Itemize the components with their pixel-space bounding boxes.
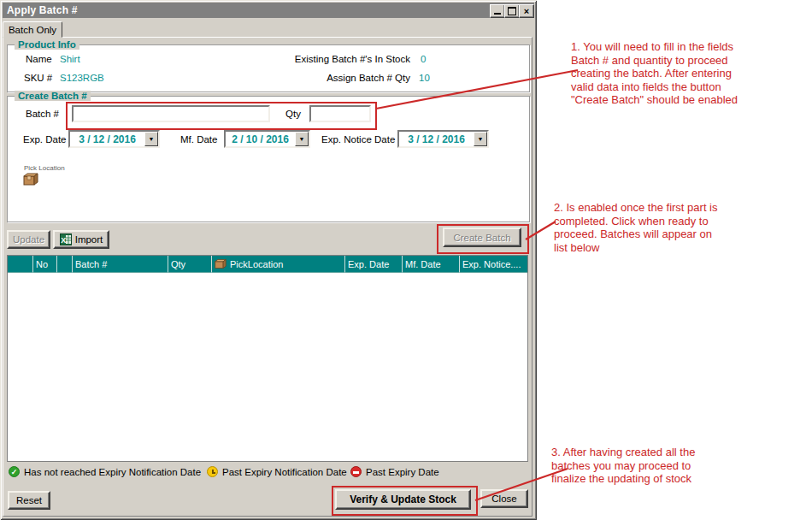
column-header-no[interactable]: No [33,256,57,273]
batches-table: No Batch # Qty PickLocation Exp. Date [7,255,528,462]
mf-date-value: 2 / 10 / 2016 [226,133,295,145]
verify-button-label: Verify & Update Stock [350,493,456,505]
svg-text:X: X [61,236,66,245]
exp-date-label: Exp. Date [23,134,67,145]
import-button[interactable]: X Import [53,230,109,249]
column-header-picklocation-label: PickLocation [230,259,283,269]
title-bar[interactable]: Apply Batch # [3,3,534,18]
qty-label: Qty [285,109,301,119]
exp-notice-date-value: 3 / 12 / 2016 [399,133,474,145]
legend-label-expired: Past Expiry Date [366,467,439,477]
package-icon [215,258,227,269]
maximize-button[interactable] [504,4,520,18]
name-label: Name [26,54,52,64]
sku-label: SKU # [24,73,52,83]
annotation-1: 1. You will need to fill in the fields B… [571,40,793,107]
package-icon[interactable] [23,173,38,187]
name-value: Shirt [60,54,80,64]
tab-batch-only[interactable]: Batch Only [3,21,62,38]
column-header-blank[interactable] [57,256,73,273]
close-dialog-button[interactable]: Close [480,489,528,508]
column-header-exp-notice[interactable]: Exp. Notice.... [460,256,527,273]
batch-number-input[interactable] [72,105,270,122]
pick-location-label: Pick Location [24,164,65,172]
create-batch-group-label: Create Batch # [15,91,91,101]
reset-button[interactable]: Reset [8,491,50,510]
red-no-entry-icon [350,466,362,477]
product-info-group: Product Info [7,44,530,92]
existing-batches-label: Existing Batch #'s In Stock [256,54,410,64]
legend-item-ok: ✓ Has not reached Expiry Notification Da… [9,466,201,477]
yellow-clock-icon [207,466,218,477]
annotation-2: 2. Is enabled once the first part is com… [554,201,776,254]
exp-notice-date-select[interactable]: 3 / 12 / 2016 ▼ [397,130,489,148]
close-button-label: Close [491,493,516,504]
product-info-group-label: Product Info [15,39,79,50]
exp-date-value: 3 / 12 / 2016 [70,133,144,145]
update-button-label: Update [13,234,44,245]
chevron-down-icon[interactable]: ▼ [144,132,158,146]
apply-batch-dialog: Apply Batch # × Batch Only Product Info … [0,0,537,520]
assign-qty-label: Assign Batch # Qty [256,73,410,83]
column-header-exp-date[interactable]: Exp. Date [345,256,403,273]
reset-button-label: Reset [16,495,42,505]
verify-update-stock-button[interactable]: Verify & Update Stock [335,489,471,510]
chevron-down-icon[interactable]: ▼ [474,132,487,146]
chevron-down-icon[interactable]: ▼ [295,132,309,146]
batches-table-body [8,273,527,461]
column-header-selector[interactable] [8,256,33,273]
column-header-qty[interactable]: Qty [168,256,212,273]
batch-number-label: Batch # [26,109,59,119]
qty-input[interactable] [309,105,371,122]
annotation-3: 3. After having created all the batches … [551,446,774,486]
column-header-mf-date[interactable]: Mf. Date [403,256,460,273]
minimize-button[interactable] [490,4,505,18]
existing-batches-value: 0 [421,54,426,64]
legend-label-warning: Past Expiry Notification Date [222,467,347,477]
sku-value: S123RGB [60,73,104,83]
close-icon: × [524,7,529,15]
legend-label-ok: Has not reached Expiry Notification Date [24,467,201,477]
exp-date-select[interactable]: 3 / 12 / 2016 ▼ [68,130,160,148]
create-batch-button[interactable]: Create Batch [443,228,521,247]
legend-item-expired: Past Expiry Date [350,466,439,477]
close-button[interactable]: × [519,4,534,18]
exp-notice-date-label: Exp. Notice Date [321,134,395,145]
column-header-batch[interactable]: Batch # [73,256,168,273]
column-header-picklocation[interactable]: PickLocation [212,256,345,273]
batches-table-header: No Batch # Qty PickLocation Exp. Date [8,256,527,273]
minimize-icon [494,13,501,15]
green-check-icon: ✓ [9,466,20,477]
maximize-icon [508,7,516,15]
screenshot-root: Apply Batch # × Batch Only Product Info … [0,0,812,520]
mf-date-select[interactable]: 2 / 10 / 2016 ▼ [224,130,310,148]
window-title: Apply Batch # [3,4,78,16]
assign-qty-value: 10 [419,73,430,83]
import-button-label: Import [75,234,103,245]
update-button[interactable]: Update [7,230,50,249]
legend-item-warning: Past Expiry Notification Date [207,466,347,477]
excel-icon: X [60,233,72,245]
mf-date-label: Mf. Date [180,134,217,145]
create-batch-button-label: Create Batch [453,233,510,243]
